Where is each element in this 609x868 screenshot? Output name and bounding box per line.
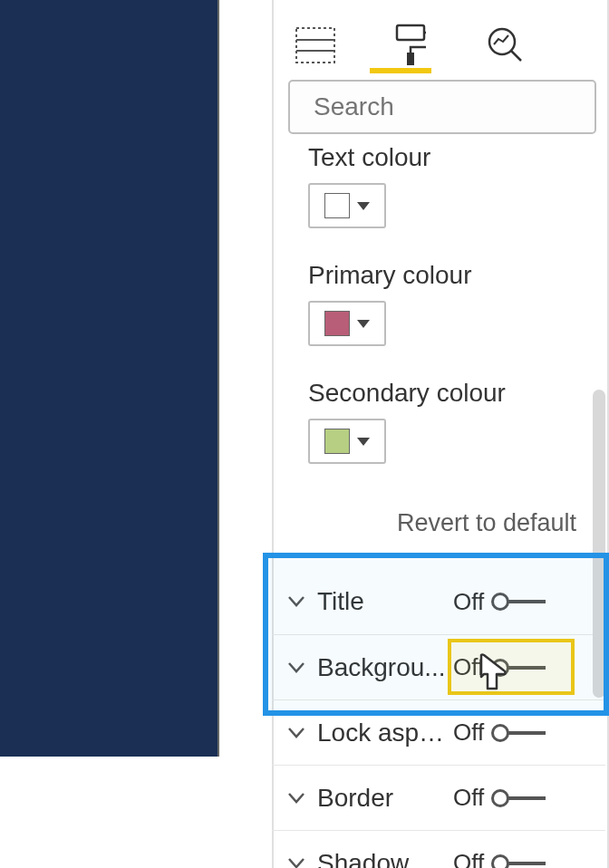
- lock-aspect-label: Lock aspe...: [317, 719, 453, 747]
- chevron-down-icon: [357, 320, 370, 328]
- svg-rect-3: [397, 25, 424, 40]
- primary-colour-picker[interactable]: [308, 301, 386, 346]
- toggle-state-label: Off: [453, 784, 484, 812]
- visualizations-tabs: [281, 18, 539, 72]
- format-tab[interactable]: [376, 18, 444, 72]
- format-sections-list: Title Off Backgrou... Off Lock aspe... O…: [272, 553, 605, 868]
- title-section-header[interactable]: Title Off: [272, 553, 605, 634]
- background-section-header[interactable]: Backgrou... Off: [272, 634, 605, 699]
- secondary-colour-label: Secondary colour: [308, 379, 506, 408]
- chevron-down-icon: [286, 854, 306, 869]
- lock-aspect-toggle[interactable]: [491, 724, 546, 742]
- report-canvas-area[interactable]: [0, 0, 218, 757]
- chevron-down-icon: [286, 658, 306, 678]
- shadow-label: Shadow: [317, 849, 453, 869]
- title-label: Title: [317, 587, 453, 616]
- primary-colour-swatch: [324, 311, 350, 336]
- scrollbar-thumb[interactable]: [593, 390, 605, 698]
- text-colour-label: Text colour: [308, 143, 430, 172]
- fields-tab[interactable]: [281, 18, 349, 72]
- toggle-state-label: Off: [453, 719, 484, 747]
- border-section-header[interactable]: Border Off: [272, 765, 605, 830]
- secondary-colour-swatch: [324, 429, 350, 454]
- chevron-down-icon: [357, 438, 370, 446]
- canvas-edge: [218, 0, 219, 757]
- fields-tab-icon: [295, 27, 335, 63]
- primary-colour-section: Primary colour: [308, 261, 471, 346]
- svg-rect-0: [296, 28, 334, 63]
- primary-colour-label: Primary colour: [308, 261, 471, 290]
- title-toggle[interactable]: [491, 593, 546, 611]
- chevron-down-icon: [286, 592, 306, 612]
- paint-roller-icon: [395, 24, 426, 67]
- background-label: Backgrou...: [317, 653, 453, 682]
- toggle-state-label: Off: [453, 653, 484, 681]
- svg-line-6: [511, 51, 521, 61]
- svg-rect-4: [407, 53, 414, 65]
- text-colour-picker[interactable]: [308, 183, 386, 228]
- toggle-state-label: Off: [453, 588, 484, 616]
- active-tab-indicator: [370, 68, 431, 73]
- search-input[interactable]: [314, 92, 609, 121]
- chevron-down-icon: [357, 202, 370, 210]
- shadow-toggle[interactable]: [491, 854, 546, 869]
- border-toggle[interactable]: [491, 789, 546, 807]
- analytics-icon: [487, 26, 525, 64]
- text-colour-swatch: [324, 193, 350, 218]
- secondary-colour-picker[interactable]: [308, 419, 386, 464]
- shadow-section-header[interactable]: Shadow Off: [272, 830, 605, 868]
- secondary-colour-section: Secondary colour: [308, 379, 506, 464]
- chevron-down-icon: [286, 723, 306, 743]
- chevron-down-icon: [286, 788, 306, 808]
- text-colour-section: Text colour: [308, 143, 430, 228]
- background-toggle[interactable]: [491, 659, 546, 677]
- analytics-tab[interactable]: [471, 18, 539, 72]
- search-box[interactable]: [288, 80, 596, 134]
- border-label: Border: [317, 784, 453, 813]
- revert-to-default-link[interactable]: Revert to default: [397, 509, 576, 537]
- lock-aspect-section-header[interactable]: Lock aspe... Off: [272, 699, 605, 765]
- toggle-state-label: Off: [453, 849, 484, 868]
